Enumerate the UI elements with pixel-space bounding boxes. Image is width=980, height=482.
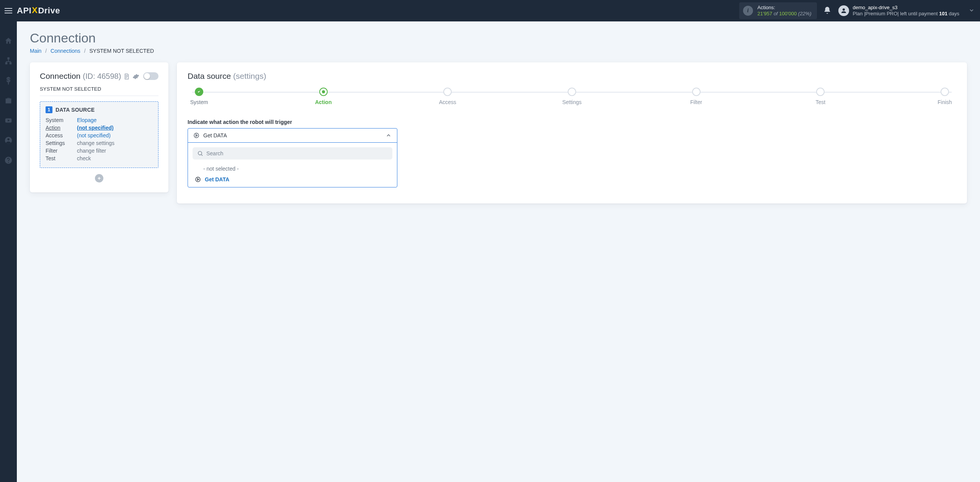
row-system-k: System [46,117,77,123]
action-option-getdata[interactable]: Get DATA [193,174,392,185]
user-menu[interactable]: demo_apix-drive_s3 Plan |Premium PRO| le… [838,5,959,17]
step-label: Filter [690,99,702,105]
svg-point-9 [196,177,200,182]
row-action-k: Action [46,125,77,131]
gear-icon[interactable] [132,73,139,80]
step-finish[interactable]: Finish [933,88,956,105]
step-label: Finish [938,99,952,105]
svg-point-5 [7,138,10,141]
plan-prefix: Plan | [853,11,866,16]
enable-toggle[interactable] [143,72,158,80]
svg-point-8 [198,151,202,155]
notifications-icon[interactable] [823,6,831,16]
settings-heading-muted: (settings) [233,72,266,80]
chevron-down-icon[interactable] [969,7,975,15]
logo-x: X [31,5,38,15]
row-access-k: Access [46,132,77,138]
step-dot-icon [816,88,825,96]
topbar: APIXDrive i Actions: 21'957 of 100'000 (… [0,0,980,21]
svg-rect-0 [8,58,9,59]
play-icon [195,176,201,182]
action-select-head[interactable]: Get DATA [188,129,397,142]
breadcrumb: Main / Connections / SYSTEM NOT SELECTED [30,48,967,54]
actions-text: Actions: 21'957 of 100'000 (22%) [758,5,812,17]
dollar-icon[interactable] [4,77,13,85]
datasource-box[interactable]: 1 DATA SOURCE System Elopage Action (not… [40,101,158,168]
briefcase-icon[interactable] [4,96,13,105]
action-select[interactable]: Get DATA - not selected - [188,128,397,187]
step-action[interactable]: Action [312,88,335,105]
step-label: Test [815,99,825,105]
svg-rect-1 [6,63,7,64]
user-circle-icon[interactable] [4,136,13,145]
step-test[interactable]: Test [809,88,832,105]
row-test-v[interactable]: check [77,155,153,161]
actions-total: 100'000 [779,11,797,16]
settings-heading: Data source [188,72,231,80]
action-field-label: Indicate what action the robot will trig… [188,119,956,125]
action-option-none[interactable]: - not selected - [193,163,392,174]
actions-used: 21'957 [758,11,773,16]
play-icon [193,132,199,138]
step-label: System [190,99,208,105]
breadcrumb-current: SYSTEM NOT SELECTED [90,48,154,54]
row-settings-v[interactable]: change settings [77,140,153,146]
plan-name: Premium PRO [866,11,898,16]
step-system[interactable]: System [188,88,211,105]
page-title: Connection [30,31,967,46]
search-icon [197,150,203,156]
chevron-up-icon [385,132,392,138]
home-icon[interactable] [4,37,13,45]
connection-id: (ID: 46598) [83,72,121,81]
add-datadest-button[interactable]: + [95,174,103,182]
datasource-index: 1 [46,106,52,113]
avatar-icon [838,5,849,16]
action-search-input[interactable] [206,150,388,156]
video-icon[interactable] [4,116,13,125]
step-dot-icon [568,88,576,96]
row-system-v[interactable]: Elopage [77,117,153,123]
step-label: Action [315,99,332,105]
settings-card: Data source (settings) System Action [177,62,967,204]
row-access-v[interactable]: (not specified) [77,132,153,138]
step-dot-done-icon [195,88,203,96]
step-label: Settings [562,99,582,105]
help-icon[interactable] [4,156,13,164]
row-filter-v[interactable]: change filter [77,148,153,154]
action-select-dropdown: - not selected - Get DATA [188,142,397,187]
connection-subtitle: SYSTEM NOT SELECTED [40,86,158,96]
sitemap-icon[interactable] [4,57,13,65]
svg-point-7 [194,133,199,138]
plan-days: 101 [939,11,947,16]
action-select-value: Get DATA [203,132,382,138]
notes-icon[interactable] [123,73,130,80]
step-dot-icon [941,88,949,96]
datasource-title: DATA SOURCE [56,107,95,113]
step-settings[interactable]: Settings [560,88,583,105]
user-name: demo_apix-drive_s3 [853,5,959,11]
action-option-getdata-label: Get DATA [205,176,229,182]
step-label: Access [439,99,456,105]
stepper: System Action Access Settings [188,88,956,105]
row-test-k: Test [46,155,77,161]
actions-of: of [774,11,778,16]
svg-rect-2 [10,63,11,64]
logo-pre: API [17,6,31,16]
step-filter[interactable]: Filter [685,88,708,105]
logo[interactable]: APIXDrive [17,6,60,16]
row-action-v[interactable]: (not specified) [77,125,153,131]
row-filter-k: Filter [46,148,77,154]
actions-counter[interactable]: i Actions: 21'957 of 100'000 (22%) [739,2,817,20]
plan-mid: | left until payment [897,11,939,16]
user-text: demo_apix-drive_s3 Plan |Premium PRO| le… [853,5,959,17]
step-access[interactable]: Access [436,88,459,105]
logo-post: Drive [38,6,60,16]
menu-toggle[interactable] [4,6,13,15]
connection-title: Connection [40,72,80,81]
breadcrumb-main[interactable]: Main [30,48,41,54]
breadcrumb-connections[interactable]: Connections [51,48,80,54]
plan-days-suffix: days [947,11,959,16]
connection-card: Connection (ID: 46598) SYSTEM NOT SELECT… [30,62,168,192]
step-dot-icon [443,88,452,96]
action-search[interactable] [193,147,392,160]
